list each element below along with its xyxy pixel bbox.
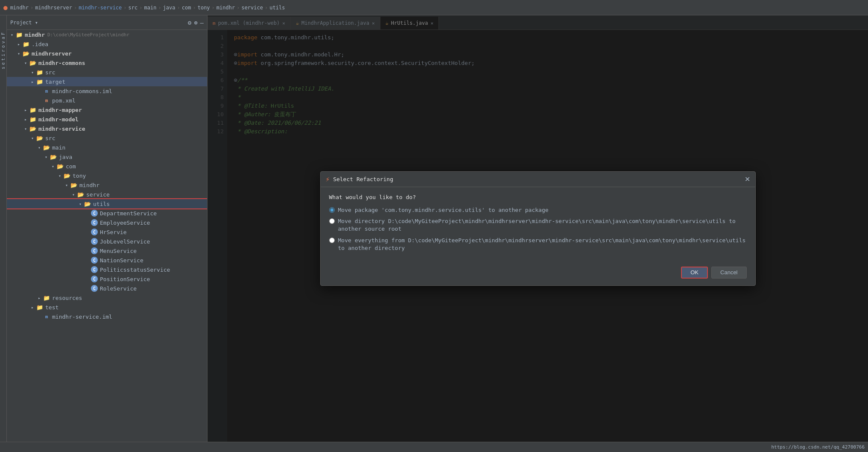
dialog-close-button[interactable]: ✕ [745, 176, 750, 183]
tree-item-resources[interactable]: 📁 resources [7, 293, 207, 302]
bc-sep7: › [193, 5, 196, 11]
tree-item-PoliticsstatusService[interactable]: C PoliticsstatusService [7, 265, 207, 274]
tree-item-src-commons[interactable]: 📁 src [7, 68, 207, 77]
folder-java-icon: 📂 [50, 153, 57, 161]
radio-label-2: Move directory D:\code\MyGiteeProject\mi… [338, 217, 747, 233]
tree-item-idea[interactable]: 📁 .idea [7, 39, 207, 49]
tree-label-resources: resources [52, 295, 82, 301]
sidebar-title: Project ▾ [10, 20, 38, 26]
icon-DepartmentService: C [91, 209, 98, 217]
tree-item-NationService[interactable]: C NationService [7, 255, 207, 265]
arrow-mindhrserver [15, 51, 22, 56]
arrow-target [29, 79, 36, 84]
tree-item-mindhr-mapper[interactable]: 📁 mindhr-mapper [7, 105, 207, 114]
tree-item-MenuService[interactable]: C MenuService [7, 246, 207, 255]
tree-item-mindhr-commons-iml[interactable]: m mindhr-commons.iml [7, 86, 207, 96]
radio-option-1: Move package 'com.tony.mindhr.service.ut… [329, 206, 747, 214]
tree-item-java[interactable]: 📂 java [7, 152, 207, 161]
icon-PositionService: C [91, 275, 98, 283]
folder-mindhr-model-icon: 📁 [29, 115, 37, 123]
gear-icon[interactable]: ⚙ [188, 19, 191, 26]
bc-sep8: › [212, 5, 215, 11]
arrow-mindhr-mapper [22, 108, 29, 112]
arrow-mindhr-service [22, 126, 29, 131]
sidebar: Project ▾ ⚙ ⊕ — 📁 mindhr D:\code\MyGitee… [7, 15, 208, 442]
arrow-mindhr-commons [22, 61, 29, 65]
tree-item-utils[interactable]: 📂 utils [7, 199, 207, 208]
minus-icon[interactable]: — [200, 19, 204, 26]
tree-item-com[interactable]: 📂 com [7, 161, 207, 171]
tree-item-target[interactable]: 📁 target [7, 77, 207, 86]
folder-mindhrserver-icon: 📂 [22, 50, 30, 57]
bc-sep9: › [237, 5, 240, 11]
arrow-main [36, 145, 43, 150]
tree-item-HrServie[interactable]: C HrServie [7, 227, 207, 237]
tree-label-target: target [45, 79, 65, 85]
folder-main-icon: 📂 [43, 144, 50, 151]
tree-item-DepartmentService[interactable]: C DepartmentService [7, 208, 207, 218]
tree-item-mindhr-commons[interactable]: 📂 mindhr-commons [7, 58, 207, 68]
radio-input-3[interactable] [329, 238, 335, 243]
arrow-com [50, 164, 56, 169]
tree-label-EmployeeService: EmployeeService [100, 220, 150, 226]
radio-label-1: Move package 'com.tony.mindhr.service.ut… [338, 206, 549, 214]
tree-label-mindhr: mindhr [25, 32, 45, 38]
settings-icon[interactable]: ⊕ [194, 19, 197, 26]
tree-label-mindhr-pkg: mindhr [79, 182, 99, 188]
tree-label-RoleService: RoleService [100, 285, 137, 292]
radio-input-2[interactable] [329, 218, 335, 224]
status-bar: https://blog.csdn.net/qq_42700766 [0, 442, 868, 452]
tree-path-mindhr: D:\code\MyGiteeProject\mindhr [47, 32, 129, 38]
bc-sep1: › [30, 5, 33, 11]
strip-label-7: t [1, 58, 6, 61]
tree-label-mindhr-mapper: mindhr-mapper [38, 107, 82, 113]
radio-input-1[interactable] [329, 207, 335, 213]
tree-item-JobLevelService[interactable]: C JobLevelService [7, 237, 207, 246]
tree-item-mindhr[interactable]: 📁 mindhr D:\code\MyGiteeProject\mindhr [7, 30, 207, 39]
strip-label-1: F [1, 32, 6, 35]
bc-java: java [163, 5, 175, 11]
icon-RoleService: C [91, 285, 98, 292]
tree-label-mindhr-model: mindhr-model [38, 116, 79, 123]
tree-item-service-pkg[interactable]: 📂 service [7, 190, 207, 199]
arrow-tony [56, 173, 63, 178]
tree-item-RoleService[interactable]: C RoleService [7, 284, 207, 293]
tree-item-mindhrserver[interactable]: 📂 mindhrserver [7, 49, 207, 58]
tree-item-mindhr-pkg[interactable]: 📂 mindhr [7, 180, 207, 190]
dialog-title-bar: ⚡ Select Refactoring ✕ [321, 172, 755, 187]
bc-sep6: › [177, 5, 180, 11]
bc-src: src [129, 5, 138, 11]
tree-item-mindhr-model[interactable]: 📁 mindhr-model [7, 114, 207, 124]
strip-label-6: i [1, 54, 6, 56]
folder-test-icon: 📁 [36, 303, 44, 311]
tree-label-src-service: src [45, 135, 55, 141]
bc-mindhr: mindhr [10, 5, 29, 11]
tree-item-PositionService[interactable]: C PositionService [7, 274, 207, 284]
tree-item-mindhr-service[interactable]: 📂 mindhr-service [7, 124, 207, 133]
tree-label-NationService: NationService [100, 257, 143, 264]
tree-item-pom-commons[interactable]: m pom.xml [7, 96, 207, 105]
tree-item-tony[interactable]: 📂 tony [7, 171, 207, 180]
cancel-button[interactable]: Cancel [711, 267, 746, 279]
refactor-icon: ⚡ [326, 175, 330, 183]
tree-item-test[interactable]: 📁 test [7, 302, 207, 312]
tree-item-src-service[interactable]: 📂 src [7, 133, 207, 143]
tree-item-main[interactable]: 📂 main [7, 143, 207, 152]
dialog-question: What would you like to do? [329, 194, 747, 200]
tree-label-mindhrserver: mindhrserver [32, 50, 72, 57]
tree-label-mindhr-service-iml: mindhr-service.iml [52, 314, 112, 320]
bc-sep10: › [265, 5, 268, 11]
folder-idea-icon: 📁 [22, 40, 30, 48]
tree-item-EmployeeService[interactable]: C EmployeeService [7, 218, 207, 227]
folder-resources-icon: 📁 [43, 294, 50, 302]
status-url: https://blog.csdn.net/qq_42700766 [771, 444, 865, 450]
tree-label-tony: tony [73, 173, 86, 179]
bc-mindhrserver: mindhrserver [35, 5, 72, 11]
tree-item-mindhr-service-iml[interactable]: m mindhr-service.iml [7, 312, 207, 321]
arrow-service-pkg [70, 192, 77, 197]
ok-button[interactable]: OK [681, 267, 708, 279]
tree-label-DepartmentService: DepartmentService [100, 210, 157, 217]
title-bar: ● mindhr › mindhrserver › mindhr-service… [0, 0, 868, 15]
arrow-idea [15, 42, 22, 47]
tree-label-pom-commons: pom.xml [52, 97, 76, 104]
